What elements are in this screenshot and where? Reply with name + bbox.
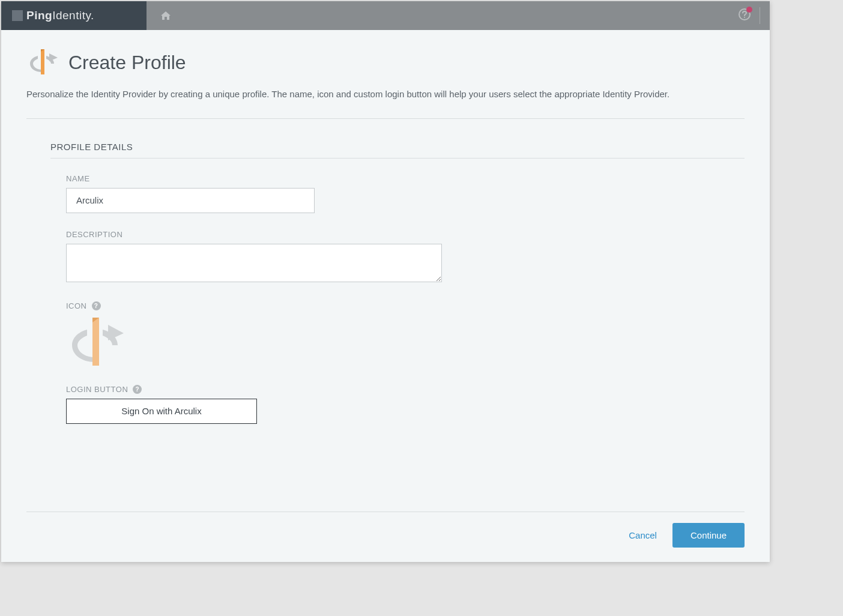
icon-field-group: ICON ?: [50, 301, 745, 368]
app-container: PingIdentity.: [1, 1, 770, 562]
login-button-label: LOGIN BUTTON ?: [66, 385, 745, 394]
continue-button[interactable]: Continue: [672, 523, 745, 548]
notification-dot: [746, 7, 752, 13]
description-input[interactable]: [66, 244, 442, 282]
logo-section[interactable]: PingIdentity.: [1, 1, 147, 30]
icon-help-icon[interactable]: ?: [92, 301, 101, 310]
footer-section: Cancel Continue: [26, 512, 745, 548]
openid-icon: [26, 48, 58, 77]
description-field-group: DESCRIPTION: [50, 230, 745, 285]
name-input[interactable]: [66, 188, 315, 213]
login-button-help-icon[interactable]: ?: [133, 385, 142, 394]
top-bar: PingIdentity.: [1, 1, 770, 30]
icon-preview[interactable]: [66, 315, 124, 368]
name-label: NAME: [66, 174, 745, 183]
page-header: Create Profile: [26, 48, 745, 77]
icon-label: ICON ?: [66, 301, 745, 310]
logo-text: PingIdentity.: [26, 9, 94, 22]
section-divider: [26, 118, 745, 119]
page-title: Create Profile: [68, 52, 186, 74]
svg-rect-3: [92, 318, 99, 366]
cancel-button[interactable]: Cancel: [629, 530, 657, 540]
svg-point-1: [744, 17, 745, 18]
login-button-preview[interactable]: Sign On with Arculix: [66, 399, 257, 424]
home-icon[interactable]: [160, 10, 172, 21]
divider: [760, 7, 760, 24]
description-label: DESCRIPTION: [66, 230, 745, 239]
svg-rect-2: [41, 49, 44, 74]
content-area: Create Profile Personalize the Identity …: [1, 30, 770, 562]
help-section: [738, 7, 760, 24]
section-title: PROFILE DETAILS: [50, 142, 745, 159]
name-field-group: NAME: [50, 174, 745, 213]
login-button-field-group: LOGIN BUTTON ? Sign On with Arculix: [50, 385, 745, 424]
page-description: Personalize the Identity Provider by cre…: [26, 88, 745, 101]
help-icon[interactable]: [738, 8, 751, 23]
form-section: PROFILE DETAILS NAME DESCRIPTION ICON ?: [26, 142, 745, 441]
logo-icon: [12, 10, 23, 21]
